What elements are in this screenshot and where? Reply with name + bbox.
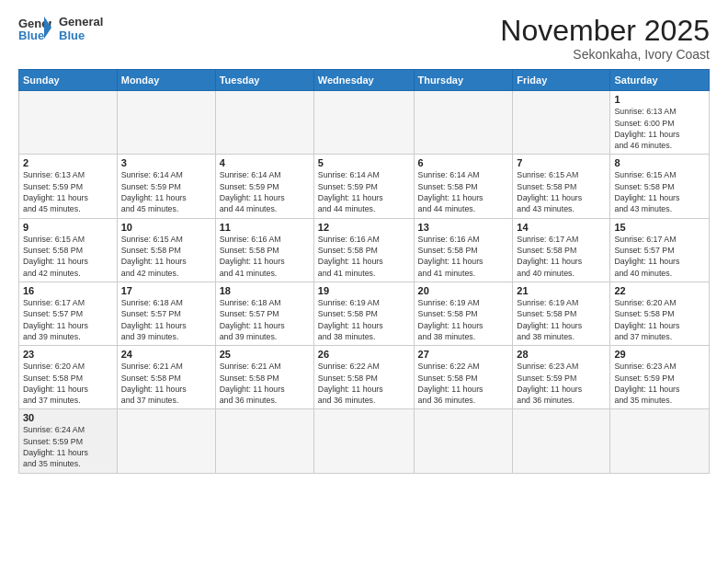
day-number: 9 bbox=[23, 222, 113, 233]
calendar-week-1: 1Sunrise: 6:13 AMSunset: 6:00 PMDaylight… bbox=[19, 91, 710, 155]
day-info: Sunrise: 6:19 AMSunset: 5:58 PMDaylight:… bbox=[517, 297, 606, 342]
day-number: 10 bbox=[121, 222, 211, 233]
calendar-cell: 25Sunrise: 6:21 AMSunset: 5:58 PMDayligh… bbox=[215, 346, 313, 409]
day-number: 1 bbox=[614, 94, 705, 105]
day-info: Sunrise: 6:15 AMSunset: 5:58 PMDaylight:… bbox=[121, 234, 211, 279]
day-info: Sunrise: 6:13 AMSunset: 6:00 PMDaylight:… bbox=[614, 106, 705, 151]
calendar-cell: 2Sunrise: 6:13 AMSunset: 5:59 PMDaylight… bbox=[19, 155, 118, 218]
day-number: 28 bbox=[517, 349, 606, 360]
day-info: Sunrise: 6:23 AMSunset: 5:59 PMDaylight:… bbox=[517, 361, 606, 406]
calendar-week-6: 30Sunrise: 6:24 AMSunset: 5:59 PMDayligh… bbox=[19, 409, 710, 473]
col-tuesday: Tuesday bbox=[215, 70, 313, 91]
calendar-cell bbox=[215, 409, 313, 473]
day-number: 26 bbox=[318, 349, 410, 360]
day-number: 11 bbox=[220, 222, 310, 233]
day-number: 29 bbox=[614, 349, 705, 360]
col-monday: Monday bbox=[117, 70, 215, 91]
col-thursday: Thursday bbox=[414, 70, 513, 91]
calendar-cell: 22Sunrise: 6:20 AMSunset: 5:58 PMDayligh… bbox=[610, 282, 710, 345]
calendar-week-3: 9Sunrise: 6:15 AMSunset: 5:58 PMDaylight… bbox=[19, 218, 710, 282]
calendar-cell: 23Sunrise: 6:20 AMSunset: 5:58 PMDayligh… bbox=[19, 346, 118, 409]
day-info: Sunrise: 6:14 AMSunset: 5:59 PMDaylight:… bbox=[121, 169, 211, 214]
calendar-cell: 19Sunrise: 6:19 AMSunset: 5:58 PMDayligh… bbox=[313, 282, 414, 345]
logo-blue-text: Blue bbox=[59, 29, 103, 42]
calendar-cell: 21Sunrise: 6:19 AMSunset: 5:58 PMDayligh… bbox=[513, 282, 610, 345]
calendar-cell bbox=[215, 91, 313, 155]
day-number: 20 bbox=[418, 285, 509, 296]
calendar-cell bbox=[313, 91, 414, 155]
calendar-cell: 17Sunrise: 6:18 AMSunset: 5:57 PMDayligh… bbox=[117, 282, 215, 345]
calendar-cell: 24Sunrise: 6:21 AMSunset: 5:58 PMDayligh… bbox=[117, 346, 215, 409]
calendar-cell: 29Sunrise: 6:23 AMSunset: 5:59 PMDayligh… bbox=[610, 346, 710, 409]
day-info: Sunrise: 6:20 AMSunset: 5:58 PMDaylight:… bbox=[614, 297, 705, 342]
calendar-cell: 16Sunrise: 6:17 AMSunset: 5:57 PMDayligh… bbox=[19, 282, 118, 345]
day-number: 17 bbox=[121, 285, 211, 296]
day-number: 25 bbox=[220, 349, 310, 360]
calendar-cell: 30Sunrise: 6:24 AMSunset: 5:59 PMDayligh… bbox=[19, 409, 118, 473]
calendar-cell: 15Sunrise: 6:17 AMSunset: 5:57 PMDayligh… bbox=[610, 218, 710, 282]
calendar-cell: 1Sunrise: 6:13 AMSunset: 6:00 PMDaylight… bbox=[610, 91, 710, 155]
title-block: November 2025 Sekonkaha, Ivory Coast bbox=[500, 15, 710, 62]
page-header: General Blue General Blue November 2025 … bbox=[18, 15, 710, 62]
day-info: Sunrise: 6:14 AMSunset: 5:59 PMDaylight:… bbox=[318, 169, 410, 214]
day-info: Sunrise: 6:24 AMSunset: 5:59 PMDaylight:… bbox=[23, 424, 113, 469]
day-info: Sunrise: 6:22 AMSunset: 5:58 PMDaylight:… bbox=[418, 361, 509, 406]
calendar-cell: 11Sunrise: 6:16 AMSunset: 5:58 PMDayligh… bbox=[215, 218, 313, 282]
day-number: 8 bbox=[614, 157, 705, 168]
col-wednesday: Wednesday bbox=[313, 70, 414, 91]
day-number: 24 bbox=[121, 349, 211, 360]
day-number: 4 bbox=[220, 157, 310, 168]
col-friday: Friday bbox=[513, 70, 610, 91]
calendar-cell bbox=[19, 91, 118, 155]
calendar-cell: 7Sunrise: 6:15 AMSunset: 5:58 PMDaylight… bbox=[513, 155, 610, 218]
day-number: 12 bbox=[318, 222, 410, 233]
calendar-cell: 13Sunrise: 6:16 AMSunset: 5:58 PMDayligh… bbox=[414, 218, 513, 282]
day-info: Sunrise: 6:16 AMSunset: 5:58 PMDaylight:… bbox=[318, 234, 410, 279]
day-number: 6 bbox=[418, 157, 509, 168]
calendar-table: Sunday Monday Tuesday Wednesday Thursday… bbox=[18, 69, 710, 474]
day-info: Sunrise: 6:21 AMSunset: 5:58 PMDaylight:… bbox=[121, 361, 211, 406]
col-saturday: Saturday bbox=[610, 70, 710, 91]
logo-general-text: General bbox=[59, 15, 103, 29]
calendar-cell: 26Sunrise: 6:22 AMSunset: 5:58 PMDayligh… bbox=[313, 346, 414, 409]
calendar-week-4: 16Sunrise: 6:17 AMSunset: 5:57 PMDayligh… bbox=[19, 282, 710, 345]
day-number: 23 bbox=[23, 349, 113, 360]
calendar-cell bbox=[610, 409, 710, 473]
day-info: Sunrise: 6:16 AMSunset: 5:58 PMDaylight:… bbox=[418, 234, 509, 279]
day-number: 14 bbox=[517, 222, 606, 233]
day-info: Sunrise: 6:17 AMSunset: 5:58 PMDaylight:… bbox=[517, 234, 606, 279]
day-info: Sunrise: 6:21 AMSunset: 5:58 PMDaylight:… bbox=[220, 361, 310, 406]
logo-icon: General Blue bbox=[18, 15, 51, 42]
day-number: 5 bbox=[318, 157, 410, 168]
location-subtitle: Sekonkaha, Ivory Coast bbox=[500, 47, 710, 62]
calendar-cell: 6Sunrise: 6:14 AMSunset: 5:58 PMDaylight… bbox=[414, 155, 513, 218]
day-number: 16 bbox=[23, 285, 113, 296]
day-info: Sunrise: 6:17 AMSunset: 5:57 PMDaylight:… bbox=[614, 234, 705, 279]
day-info: Sunrise: 6:15 AMSunset: 5:58 PMDaylight:… bbox=[517, 169, 606, 214]
day-info: Sunrise: 6:15 AMSunset: 5:58 PMDaylight:… bbox=[614, 169, 705, 214]
calendar-cell bbox=[513, 91, 610, 155]
day-number: 2 bbox=[23, 157, 113, 168]
calendar-cell bbox=[513, 409, 610, 473]
col-sunday: Sunday bbox=[19, 70, 118, 91]
calendar-cell bbox=[313, 409, 414, 473]
day-number: 30 bbox=[23, 412, 113, 423]
day-number: 7 bbox=[517, 157, 606, 168]
calendar-header-row: Sunday Monday Tuesday Wednesday Thursday… bbox=[19, 70, 710, 91]
day-number: 3 bbox=[121, 157, 211, 168]
calendar-cell: 8Sunrise: 6:15 AMSunset: 5:58 PMDaylight… bbox=[610, 155, 710, 218]
day-info: Sunrise: 6:18 AMSunset: 5:57 PMDaylight:… bbox=[220, 297, 310, 342]
calendar-cell bbox=[117, 409, 215, 473]
day-info: Sunrise: 6:22 AMSunset: 5:58 PMDaylight:… bbox=[318, 361, 410, 406]
calendar-cell: 18Sunrise: 6:18 AMSunset: 5:57 PMDayligh… bbox=[215, 282, 313, 345]
day-info: Sunrise: 6:17 AMSunset: 5:57 PMDaylight:… bbox=[23, 297, 113, 342]
day-info: Sunrise: 6:14 AMSunset: 5:59 PMDaylight:… bbox=[220, 169, 310, 214]
day-number: 15 bbox=[614, 222, 705, 233]
calendar-cell: 4Sunrise: 6:14 AMSunset: 5:59 PMDaylight… bbox=[215, 155, 313, 218]
calendar-cell: 10Sunrise: 6:15 AMSunset: 5:58 PMDayligh… bbox=[117, 218, 215, 282]
day-info: Sunrise: 6:19 AMSunset: 5:58 PMDaylight:… bbox=[318, 297, 410, 342]
logo: General Blue General Blue bbox=[18, 15, 103, 42]
day-info: Sunrise: 6:18 AMSunset: 5:57 PMDaylight:… bbox=[121, 297, 211, 342]
day-number: 13 bbox=[418, 222, 509, 233]
calendar-week-2: 2Sunrise: 6:13 AMSunset: 5:59 PMDaylight… bbox=[19, 155, 710, 218]
